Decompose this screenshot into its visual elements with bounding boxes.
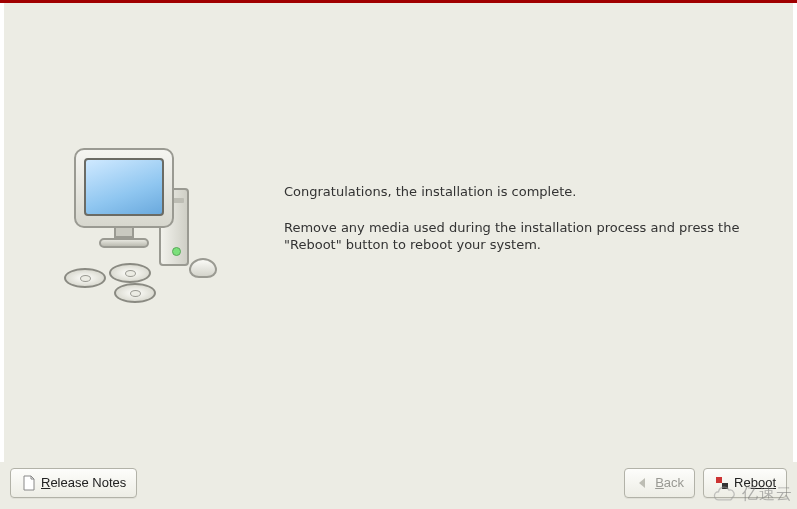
instruction-text: Remove any media used during the install… xyxy=(284,219,763,254)
svg-rect-1 xyxy=(722,483,728,489)
mouse-icon xyxy=(189,258,217,278)
svg-rect-0 xyxy=(716,477,722,483)
back-label: Back xyxy=(655,475,684,490)
cd-icon xyxy=(114,283,156,303)
cd-icon xyxy=(64,268,106,288)
illustration-column xyxy=(4,148,284,313)
reboot-icon xyxy=(714,475,730,491)
message-column: Congratulations, the installation is com… xyxy=(284,148,793,272)
cd-icon xyxy=(109,263,151,283)
reboot-button[interactable]: Reboot xyxy=(703,468,787,498)
document-icon xyxy=(21,475,37,491)
computer-monitor-icon xyxy=(74,148,174,243)
footer-bar: Release Notes Back Reboot xyxy=(0,462,797,509)
reboot-label: Reboot xyxy=(734,475,776,490)
arrow-left-icon xyxy=(635,475,651,491)
computer-illustration xyxy=(54,148,234,313)
release-notes-label: Release Notes xyxy=(41,475,126,490)
main-content: Congratulations, the installation is com… xyxy=(0,3,797,462)
release-notes-button[interactable]: Release Notes xyxy=(10,468,137,498)
congratulations-text: Congratulations, the installation is com… xyxy=(284,183,763,201)
back-button[interactable]: Back xyxy=(624,468,695,498)
